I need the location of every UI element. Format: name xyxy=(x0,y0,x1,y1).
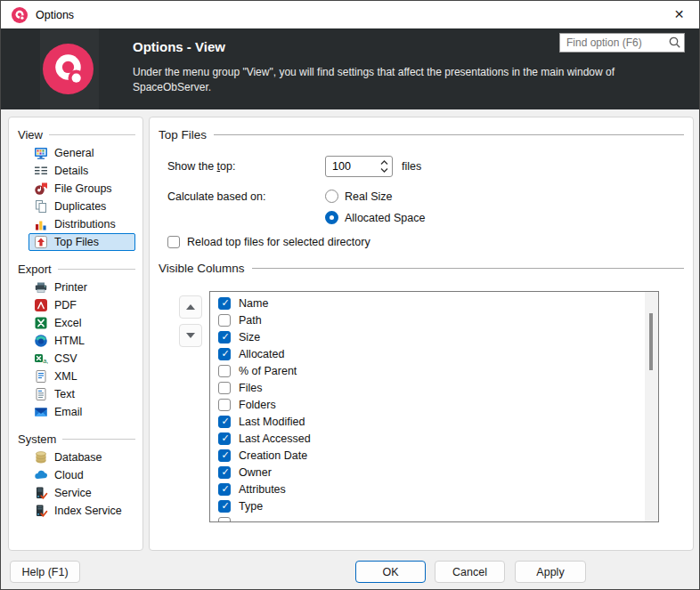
spinner-up-button[interactable] xyxy=(380,160,388,166)
move-column-down-button[interactable] xyxy=(179,324,202,347)
column-label: % of Parent xyxy=(239,365,297,377)
list-item[interactable]: Creation Date xyxy=(210,447,645,464)
sidebar-item-database[interactable]: Database xyxy=(28,449,135,466)
sidebar-item-cloud[interactable]: Cloud xyxy=(28,466,135,484)
ok-button[interactable]: OK xyxy=(355,561,426,583)
sidebar-item-label: Cloud xyxy=(54,469,84,481)
search-icon[interactable] xyxy=(666,35,684,51)
app-logo-icon xyxy=(12,7,28,23)
list-item[interactable]: Allocated xyxy=(210,345,645,362)
checkbox[interactable] xyxy=(218,483,231,496)
checkbox[interactable] xyxy=(218,416,231,428)
file-groups-icon xyxy=(34,182,48,196)
list-item[interactable]: Name xyxy=(210,295,645,311)
sidebar-item-label: Distributions xyxy=(54,218,116,230)
checkbox[interactable] xyxy=(218,297,231,310)
checkbox[interactable] xyxy=(218,449,231,462)
files-unit-label: files xyxy=(402,160,421,173)
nav-group-label: System xyxy=(18,432,56,446)
list-item[interactable]: Owner xyxy=(210,464,645,481)
find-option-input[interactable] xyxy=(560,36,666,49)
sidebar-item-xml[interactable]: XML xyxy=(28,368,135,385)
sidebar-item-duplicates[interactable]: Duplicates xyxy=(28,198,135,215)
sidebar-item-csv[interactable]: a, CSV xyxy=(28,350,135,368)
cancel-button[interactable]: Cancel xyxy=(435,561,505,583)
options-nav-sidebar: View General xyxy=(8,117,143,551)
radio-allocated-space[interactable] xyxy=(325,211,338,224)
sidebar-item-html[interactable]: HTML xyxy=(28,332,135,350)
list-item[interactable]: Folders xyxy=(210,396,645,413)
sidebar-item-file-groups[interactable]: File Groups xyxy=(28,180,135,198)
list-item[interactable]: Path xyxy=(210,311,645,328)
triangle-up-icon xyxy=(186,304,195,310)
scrollbar-thumb[interactable] xyxy=(649,313,653,370)
column-label: Path xyxy=(239,314,262,327)
checkbox[interactable] xyxy=(218,365,231,377)
nav-group-view: View General xyxy=(9,117,142,251)
sidebar-item-distributions[interactable]: Distributions xyxy=(28,215,135,233)
show-top-input[interactable] xyxy=(326,157,376,176)
checkbox[interactable] xyxy=(218,382,231,394)
checkbox[interactable] xyxy=(218,399,231,411)
document-icon xyxy=(34,387,48,401)
checkbox[interactable] xyxy=(218,466,231,479)
close-button[interactable]: ✕ xyxy=(659,1,699,28)
sidebar-item-text[interactable]: Text xyxy=(28,385,135,403)
sidebar-item-general[interactable]: General xyxy=(28,144,135,162)
checkbox[interactable] xyxy=(218,331,231,343)
help-button[interactable]: Help (F1) xyxy=(10,561,80,583)
list-item[interactable]: Type xyxy=(210,497,645,514)
move-column-up-button[interactable] xyxy=(179,295,202,319)
checkbox[interactable] xyxy=(218,432,231,445)
reload-top-files-label: Reload top files for selected directory xyxy=(187,236,370,248)
sidebar-item-label: Index Service xyxy=(54,505,122,517)
dialog-header: Options - View Under the menu group "Vie… xyxy=(1,28,699,109)
database-icon xyxy=(34,450,48,465)
list-item[interactable]: Files xyxy=(210,379,645,396)
list-item[interactable]: Size xyxy=(210,328,645,345)
list-item-partial[interactable] xyxy=(210,514,645,522)
sidebar-item-email[interactable]: Email xyxy=(28,403,135,421)
list-item[interactable]: Attributes xyxy=(210,481,645,497)
section-title: Top Files xyxy=(159,128,207,141)
checkbox[interactable] xyxy=(218,314,231,327)
sidebar-item-label: Details xyxy=(54,165,88,177)
csv-icon: a, xyxy=(34,352,48,366)
sidebar-item-index-service[interactable]: Index Service xyxy=(28,502,135,520)
cloud-icon xyxy=(34,468,48,482)
sidebar-item-details[interactable]: Details xyxy=(28,162,135,180)
sidebar-item-excel[interactable]: Excel xyxy=(28,314,135,332)
sidebar-item-printer[interactable]: Printer xyxy=(28,279,135,296)
column-label: Files xyxy=(239,382,262,394)
reload-top-files-row: Reload top files for selected directory xyxy=(167,236,370,248)
spinner-down-button[interactable] xyxy=(380,167,388,173)
radio-real-size[interactable] xyxy=(325,190,338,203)
sidebar-item-top-files[interactable]: Top Files xyxy=(28,233,135,251)
list-item[interactable]: % of Parent xyxy=(210,362,645,379)
column-label: Folders xyxy=(239,399,276,411)
nav-group-header: Export xyxy=(18,259,135,279)
list-item[interactable]: Last Accessed xyxy=(210,430,645,447)
printer-icon xyxy=(34,280,48,295)
checkbox[interactable] xyxy=(218,348,231,360)
reload-top-files-checkbox[interactable] xyxy=(167,236,180,248)
sidebar-item-service[interactable]: Service xyxy=(28,484,135,502)
column-label: Allocated xyxy=(239,348,284,360)
apply-button[interactable]: Apply xyxy=(515,561,586,583)
sidebar-item-pdf[interactable]: PDF xyxy=(28,296,135,314)
options-dialog: Options ✕ Options - View Under the menu … xyxy=(0,0,700,590)
browser-globe-icon xyxy=(34,334,48,348)
server-check-icon xyxy=(34,486,48,500)
sidebar-item-label: CSV xyxy=(54,352,77,365)
checkbox[interactable] xyxy=(218,517,231,523)
sidebar-item-label: Database xyxy=(54,451,102,464)
show-top-spinner xyxy=(325,156,393,177)
sidebar-item-label: Top Files xyxy=(54,236,99,248)
list-scrollbar[interactable] xyxy=(645,292,658,521)
list-item[interactable]: Last Modified xyxy=(210,413,645,430)
checkbox[interactable] xyxy=(218,500,231,513)
column-label: Last Modified xyxy=(239,416,305,428)
svg-text:a,: a, xyxy=(43,357,48,365)
sidebar-item-label: General xyxy=(54,147,94,159)
column-label: Type xyxy=(239,500,263,513)
